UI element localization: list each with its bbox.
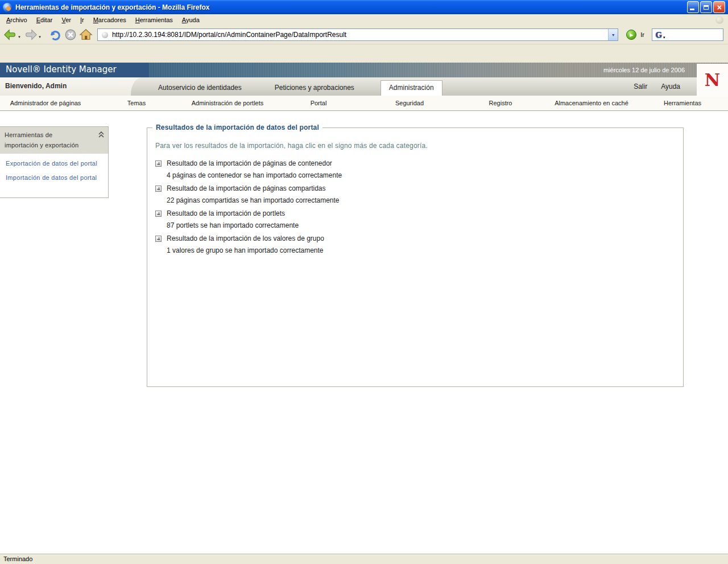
home-button[interactable]: [79, 28, 93, 42]
results-intro: Para ver los resultados de la importació…: [155, 142, 675, 150]
url-bar[interactable]: http://10.2.30.194:8081/IDM/portal/cn/Ad…: [97, 28, 618, 41]
novell-header-bar: Novell® Identity Manager miércoles 12 de…: [0, 63, 728, 77]
sidebar-title-line-1: Herramientas de: [5, 130, 94, 140]
logout-link[interactable]: Salir: [634, 83, 647, 90]
results-panel: Resultados de la importación de datos de…: [147, 127, 684, 387]
subnav-registro[interactable]: Registro: [455, 96, 546, 110]
sidebar-link-importacion[interactable]: Importación de datos del portal: [6, 174, 104, 181]
admin-subnav: Administrador de páginas Temas Administr…: [0, 96, 728, 111]
close-button[interactable]: [713, 1, 725, 13]
throbber-icon: [715, 16, 723, 24]
result-detail: 87 portlets se han importado correctamen…: [167, 221, 683, 229]
main-area: Herramientas de importación y exportació…: [0, 111, 728, 554]
subnav-administrador-de-paginas[interactable]: Administrador de páginas: [0, 96, 91, 110]
welcome-text: Bienvenido, Admin: [5, 82, 67, 90]
stop-button[interactable]: [64, 28, 77, 42]
results-list: Resultado de la importación de páginas d…: [155, 159, 683, 254]
stop-icon: [64, 28, 77, 42]
window-title: Herramientas de importación y exportació…: [15, 3, 686, 11]
expand-plus-icon[interactable]: [155, 211, 162, 217]
subnav-seguridad[interactable]: Seguridad: [364, 96, 455, 110]
expand-plus-icon[interactable]: [155, 160, 162, 167]
browser-viewport: Novell® Identity Manager miércoles 12 de…: [0, 45, 728, 554]
tab-administracion[interactable]: Administración: [380, 80, 442, 96]
page-top-strip: [0, 45, 728, 63]
menu-herramientas[interactable]: Herramientas: [131, 15, 177, 25]
sidebar-links: Exportación de datos del portal Importac…: [0, 154, 108, 197]
restore-button[interactable]: [700, 1, 712, 13]
window-titlebar: Herramientas de importación y exportació…: [0, 0, 728, 14]
url-history-dropdown[interactable]: [608, 29, 618, 40]
menu-ayuda[interactable]: Ayuda: [177, 15, 204, 25]
forward-arrow-icon: [24, 28, 38, 42]
result-title: Resultado de la importación de los valor…: [167, 234, 324, 242]
novell-logo-box: N: [697, 64, 728, 97]
restore-icon: [704, 5, 709, 10]
menu-editar[interactable]: Editar: [32, 15, 57, 25]
result-title: Resultado de la importación de portlets: [167, 209, 285, 217]
reload-icon: [48, 28, 62, 42]
results-panel-title: Resultados de la importación de datos de…: [152, 123, 322, 131]
subnav-almacenamiento-en-cache[interactable]: Almacenamiento en caché: [546, 96, 637, 110]
menu-archivo[interactable]: Archivo: [2, 15, 32, 25]
main-tabstrip: Autoservicio de identidades Peticiones y…: [131, 77, 697, 96]
session-links: Salir Ayuda: [634, 83, 680, 90]
help-link[interactable]: Ayuda: [661, 83, 680, 90]
minimize-icon: [690, 9, 694, 10]
subnav-portal[interactable]: Portal: [273, 96, 364, 110]
back-button[interactable]: [3, 28, 22, 42]
result-item: Resultado de la importación de páginas c…: [155, 184, 683, 204]
subnav-temas[interactable]: Temas: [91, 96, 182, 110]
go-label: Ir: [640, 31, 644, 38]
tab-autoservicio-de-identidades[interactable]: Autoservicio de identidades: [149, 80, 251, 96]
menu-marcadores[interactable]: Marcadores: [89, 15, 131, 25]
result-detail: 22 páginas compartidas se han importado …: [167, 196, 683, 204]
site-icon: [102, 32, 108, 38]
novell-n-logo-icon: N: [705, 72, 720, 89]
expand-plus-icon[interactable]: [155, 236, 162, 242]
menu-ver[interactable]: Ver: [57, 15, 76, 25]
search-input[interactable]: G: [652, 28, 723, 41]
home-icon: [79, 28, 93, 42]
status-text: Terminado: [3, 555, 32, 562]
reload-button[interactable]: [48, 28, 62, 42]
navigation-toolbar: http://10.2.30.194:8081/IDM/portal/cn/Ad…: [0, 26, 728, 44]
status-bar: Terminado: [0, 554, 728, 564]
result-title: Resultado de la importación de páginas c…: [167, 184, 326, 192]
minimize-button[interactable]: [687, 1, 699, 13]
result-item: Resultado de la importación de los valor…: [155, 234, 683, 254]
header-texture: miércoles 12 de julio de 2006: [149, 63, 728, 77]
google-icon: G: [655, 31, 662, 39]
go-button[interactable]: [626, 30, 636, 40]
menu-ir[interactable]: Ir: [76, 15, 89, 25]
sidebar-panel: Herramientas de importación y exportació…: [0, 126, 109, 198]
result-detail: 1 valores de grupo se han importado corr…: [167, 246, 683, 254]
result-detail: 4 páginas de contenedor se han importado…: [167, 171, 683, 179]
expand-plus-icon[interactable]: [155, 186, 162, 192]
sidebar-link-exportacion[interactable]: Exportación de datos del portal: [6, 160, 104, 167]
back-arrow-icon: [3, 28, 17, 42]
tab-peticiones-y-aprobaciones[interactable]: Peticiones y aprobaciones: [266, 80, 363, 96]
result-item: Resultado de la importación de páginas d…: [155, 159, 683, 179]
forward-button[interactable]: [24, 28, 43, 42]
sidebar-header: Herramientas de importación y exportació…: [0, 127, 108, 154]
menubar: Archivo Editar Ver Ir Marcadores Herrami…: [0, 14, 728, 26]
sidebar-title-line-2: importación y exportación: [5, 140, 94, 150]
result-title: Resultado de la importación de páginas d…: [167, 159, 332, 167]
close-icon: [717, 3, 721, 11]
url-input[interactable]: http://10.2.30.194:8081/IDM/portal/cn/Ad…: [112, 31, 608, 39]
firefox-icon: [3, 3, 12, 12]
welcome-row: Bienvenido, Admin Autoservicio de identi…: [0, 77, 728, 96]
back-dropdown-icon[interactable]: [18, 35, 21, 39]
subnav-herramientas[interactable]: Herramientas: [637, 96, 728, 110]
collapse-panel-icon[interactable]: [98, 131, 105, 138]
brand-title: Novell® Identity Manager: [0, 63, 149, 77]
search-engine-dropdown-icon[interactable]: [663, 36, 666, 39]
forward-dropdown-icon[interactable]: [38, 35, 42, 39]
current-date: miércoles 12 de julio de 2006: [603, 63, 685, 77]
subnav-administracion-de-portlets[interactable]: Administración de portlets: [182, 96, 273, 110]
result-item: Resultado de la importación de portlets …: [155, 209, 683, 229]
